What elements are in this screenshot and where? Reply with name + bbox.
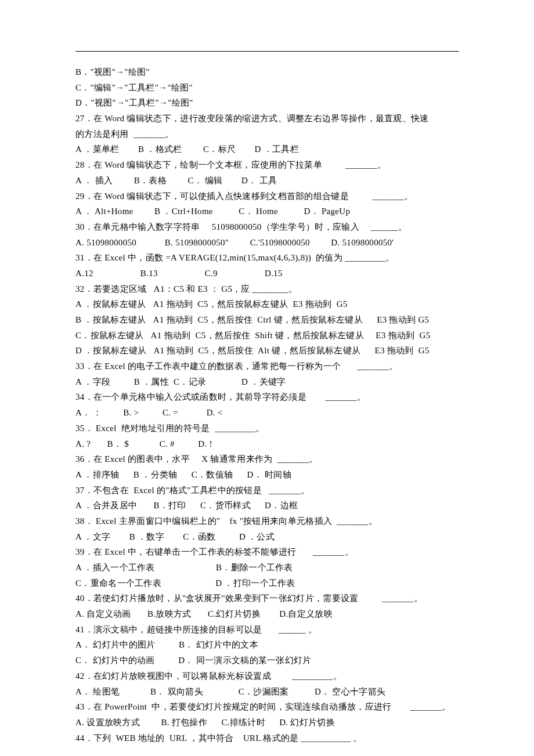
text-line: 27．在 Word 编辑状态下，进行改变段落的缩进方式、调整左右边界等操作，最直… [75, 111, 459, 126]
text-line: A. 自定义动画 B.放映方式 C.幻灯片切换 D.自定义放映 [75, 606, 459, 622]
text-line: A. 设置放映方式 B. 打包操作 C.排练计时 D. 幻灯片切换 [75, 715, 459, 730]
text-line: 的方法是利用 _______。 [75, 126, 459, 142]
text-line: 29．在 Word 编辑状态下，可以使插入点快速移到文档首部的组合键是 ____… [75, 189, 459, 204]
text-line: D．"视图"→"工具栏"→"绘图" [75, 95, 459, 111]
text-line: 39．在 Excel 中，右键单击一个工作表的标签不能够进行 _______。 [75, 544, 459, 560]
text-line: C． 幻灯片中的动画 D． 同一演示文稿的某一张幻灯片 [75, 653, 459, 668]
document-page: B．"视图"→"绘图"C．"编辑"→"工具栏"→"绘图"D．"视图"→"工具栏"… [0, 0, 534, 756]
content-body: B．"视图"→"绘图"C．"编辑"→"工具栏"→"绘图"D．"视图"→"工具栏"… [75, 64, 459, 746]
text-line: 32．若要选定区域 A1：C5 和 E3 ： G5，应 ________。 [75, 281, 459, 297]
text-line: 30．在单元格中输入数字字符串 51098000050（学生学号）时，应输入 _… [75, 219, 459, 235]
text-line: A． 绘图笔 B． 双向箭头 C．沙漏图案 D． 空心十字箭头 [75, 684, 459, 700]
text-line: 31．在 Excel 中，函数 =A VERAGE(12,min(15,max(… [75, 250, 459, 266]
text-line: C．重命名一个工作表 D ．打印一个工作表 [75, 576, 459, 591]
text-line: A． ： B. > C. = D. < [75, 405, 459, 421]
text-line: A ．字段 B ．属性 C．记录 D ．关键字 [75, 374, 459, 390]
text-line: A. 51098000050 B. 51098000050" C.'510980… [75, 235, 459, 251]
text-line: C．"编辑"→"工具栏"→"绘图" [75, 80, 459, 96]
text-line: B．"视图"→"绘图" [75, 64, 459, 80]
text-line: A.12 B.13 C.9 D.15 [75, 266, 459, 281]
text-line: 42．在幻灯片放映视图中，可以将鼠标光标设置成 _________。 [75, 668, 459, 684]
text-line: 33．在 Excel 的电子工作表中建立的数据表，通常把每一行称为一个 ____… [75, 359, 459, 374]
text-line: 41．演示文稿中，超链接中所连接的目标可以是 ______ 。 [75, 622, 459, 638]
text-line: A ． 插入 B．表格 C． 编辑 D． 工具 [75, 173, 459, 189]
text-line: A ． Alt+Home B ．Ctrl+Home C． Home D． Pag… [75, 204, 459, 219]
text-line: A ．排序轴 B ．分类轴 C．数值轴 D． 时间轴 [75, 467, 459, 483]
text-line: B ．按鼠标左键从 A1 拖动到 C5，然后按住 Ctrl 键，然后按鼠标左键从… [75, 312, 459, 328]
text-line: 35． Excel 绝对地址引用的符号是 _________。 [75, 421, 459, 436]
text-line: 40．若使幻灯片播放时，从"盒状展开"效果变到下一张幻灯片，需要设置 _____… [75, 591, 459, 606]
text-line: A ．合并及居中 B．打印 C．货币样式 D．边框 [75, 498, 459, 513]
text-line: D ．按鼠标左键从 A1 拖动到 C5，然后按住 Alt 键，然后按鼠标左键从 … [75, 343, 459, 359]
text-line: 37．不包含在 Excel 的"格式"工具栏中的按钮是 _______。 [75, 483, 459, 498]
text-line: A． 幻灯片中的图片 B． 幻灯片中的文本 [75, 637, 459, 653]
text-line: 36．在 Excel 的图表中，水平 X 轴通常用来作为 _______。 [75, 451, 459, 467]
text-line: A ．菜单栏 B ．格式栏 C．标尺 D ．工具栏 [75, 142, 459, 157]
text-line: A ．文字 B ．数字 C．函数 D ．公式 [75, 529, 459, 545]
text-line: 28．在 Word 编辑状态下，绘制一个文本框，应使用的下拉菜单 _______… [75, 157, 459, 173]
text-line: 43．在 PowerPoint 中，若要使幻灯片按规定的时间，实现连续自动播放，… [75, 699, 459, 715]
text-line: A. ? B． $ C. # D. ! [75, 436, 459, 452]
text-line: 44．下列 WEB 地址的 URL ，其中符合 URL 格式的是 _______… [75, 730, 459, 746]
text-line: A ．插入一个工作表 B．删除一个工作表 [75, 560, 459, 576]
page-top-rule [75, 51, 459, 52]
text-line: 38． Excel 主界面窗口中编辑栏上的" fx "按钮用来向单元格插入 __… [75, 513, 459, 529]
text-line: C．按鼠标左键从 A1 拖动到 C5，然后按住 Shift 键，然后按鼠标左键从… [75, 328, 459, 343]
text-line: A ．按鼠标左键从 A1 拖动到 C5，然后按鼠标左键从 E3 拖动到 G5 [75, 296, 459, 312]
text-line: 34．在一个单元格中输入公式或函数时，其前导字符必须是 _______。 [75, 389, 459, 405]
